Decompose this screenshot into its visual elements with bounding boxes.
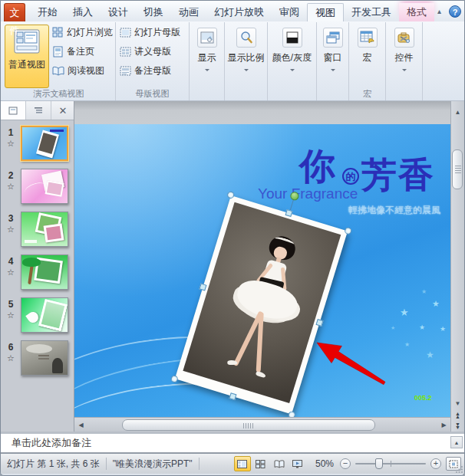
slide-thumbnail-4[interactable] [21,254,68,290]
notes-pane[interactable]: 单击此处添加备注 ▲ [1,432,464,453]
file-tab[interactable]: 文件 [4,3,25,21]
slide-master-icon [120,28,131,38]
close-pane-icon[interactable]: ✕ [52,101,74,120]
scroll-up-icon[interactable]: ▲ [451,106,464,119]
notes-master-button[interactable]: 备注母版 [120,64,180,77]
resize-handle-top-left[interactable] [226,191,235,199]
notes-scroll-up-icon[interactable]: ▲ [450,436,463,448]
slide-row-2: 2 ☆ [1,169,74,205]
help-icon[interactable]: ? [449,5,461,18]
slide-sorter-button[interactable]: 幻灯片浏览 [52,26,113,39]
tab-view[interactable]: 视图 [307,3,344,21]
selected-photo[interactable] [175,195,348,415]
status-slideshow-button[interactable] [289,456,306,471]
notes-placeholder[interactable]: 单击此处添加备注 [12,436,91,450]
cascade-windows-icon [323,28,343,48]
slide-number: 2 [1,170,21,181]
horizontal-scroll-thumb[interactable] [122,419,375,431]
group-label-zoom [225,88,267,100]
slide-thumbnail-1[interactable] [21,126,68,161]
color-grayscale-label: 颜色/灰度 [272,51,312,64]
reading-view-button[interactable]: 阅读视图 [52,64,113,77]
resize-handle-top[interactable] [285,209,293,217]
slide-thumbnail-2[interactable] [21,169,68,204]
resize-handle-left[interactable] [199,284,206,291]
window-resize-grip[interactable] [456,465,463,473]
chevron-down-icon [205,69,209,74]
slide-tagline: 輕拂地像不經意的晨風 [348,204,440,217]
status-normal-view-button[interactable] [234,456,251,471]
collapse-ribbon-icon[interactable]: ▴ [434,5,444,17]
macros-button[interactable]: 宏 [351,25,383,88]
tab-home[interactable]: 开始 [30,3,65,21]
zoom-button[interactable]: 显示比例 [227,25,265,88]
thumb1-title [50,130,64,132]
slide-row-4: 4 ☆ [1,254,74,291]
canvas-top-margin [74,101,450,124]
powerpoint-window: 文件 开始 插入 设计 切换 动画 幻灯片放映 审阅 视图 开发工具 格式 ▴ … [0,0,465,476]
slide-canvas[interactable]: ★ ★ ★ ★ ★ ★ ★ ★ 你 的 芳香 Your Fragrance 輕拂… [74,124,450,417]
outline-tab[interactable] [26,101,51,120]
color-grayscale-button[interactable]: 颜色/灰度 [270,25,314,88]
resize-handle-bottom-right[interactable] [288,411,296,417]
tab-insert[interactable]: 插入 [65,3,101,21]
window-button[interactable]: 窗口 [319,25,346,88]
scroll-left-icon[interactable]: ◀ [74,419,87,432]
thumb4-palm-trunk [28,264,34,284]
slide-thumbnail-5[interactable] [21,297,68,333]
status-divider [199,458,200,470]
slide-thumbnail-3[interactable] [21,212,68,247]
controls-button[interactable]: 控件 [388,25,420,88]
zoom-level[interactable]: 50% [315,458,334,469]
status-reading-view-button[interactable] [271,456,288,471]
thumb3-photo-b [44,223,64,242]
slide-master-button[interactable]: 幻灯片母版 [120,26,180,39]
group-controls: 控件 [386,22,423,100]
vertical-scroll-thumb[interactable] [452,149,463,189]
notes-page-button[interactable]: 备注页 [52,45,113,58]
chevron-down-icon [331,69,335,74]
tab-developer[interactable]: 开发工具 [344,3,399,21]
star-icon: ★ [391,325,395,331]
ribbon-tab-bar: 文件 开始 插入 设计 切换 动画 幻灯片放映 审阅 视图 开发工具 格式 ▴ … [1,1,464,21]
slide-thumbnail-6[interactable] [21,340,68,376]
slide-counter[interactable]: 幻灯片 第 1 张, 共 6 张 [7,458,100,471]
animation-star-icon: ☆ [1,139,21,149]
resize-handle-top-right[interactable] [344,227,352,235]
next-slide-button[interactable]: ▼▼ [451,421,464,432]
slide-sorter-label: 幻灯片浏览 [67,26,113,39]
zoom-slider[interactable] [355,458,426,470]
slideshow-icon [292,460,302,468]
thumb2-swirl [23,180,48,199]
vertical-scroll-track[interactable] [451,119,464,397]
animation-star-icon: ☆ [1,225,21,235]
scroll-down-icon[interactable]: ▼ [451,397,464,410]
slide-row-6: 6 ☆ [1,340,74,376]
show-button[interactable]: 显示 [192,25,222,88]
tab-design[interactable]: 设计 [101,3,136,21]
zoom-in-button[interactable]: + [430,458,441,469]
resize-handle-right[interactable] [316,319,324,327]
tab-transitions[interactable]: 切换 [136,3,171,21]
star-icon: ★ [400,307,409,318]
scroll-right-icon[interactable]: ▶ [437,419,450,432]
handout-master-icon [120,47,131,57]
tab-format-contextual[interactable]: 格式 [399,3,434,21]
normal-view-icon [237,460,247,468]
slide-sorter-icon [52,27,64,38]
thumb4-palm-leaves [22,258,41,267]
theme-name[interactable]: "唯美浪漫演示PPT" [113,458,193,471]
slide-number: 6 [1,342,21,353]
zoom-out-button[interactable]: − [340,458,351,469]
tab-review[interactable]: 审阅 [272,3,307,21]
tab-animations[interactable]: 动画 [171,3,206,21]
tab-slideshow[interactable]: 幻灯片放映 [206,3,272,21]
horizontal-scroll-track[interactable] [87,419,437,432]
zoom-slider-thumb[interactable] [375,458,383,469]
slides-tab[interactable] [1,101,26,120]
previous-slide-button[interactable]: ▲▲ [451,410,464,421]
video-watermark: 005.2 [414,394,432,402]
status-slide-sorter-button[interactable] [252,456,269,471]
group-label-color-grayscale [268,88,316,100]
handout-master-button[interactable]: 讲义母版 [120,45,180,58]
